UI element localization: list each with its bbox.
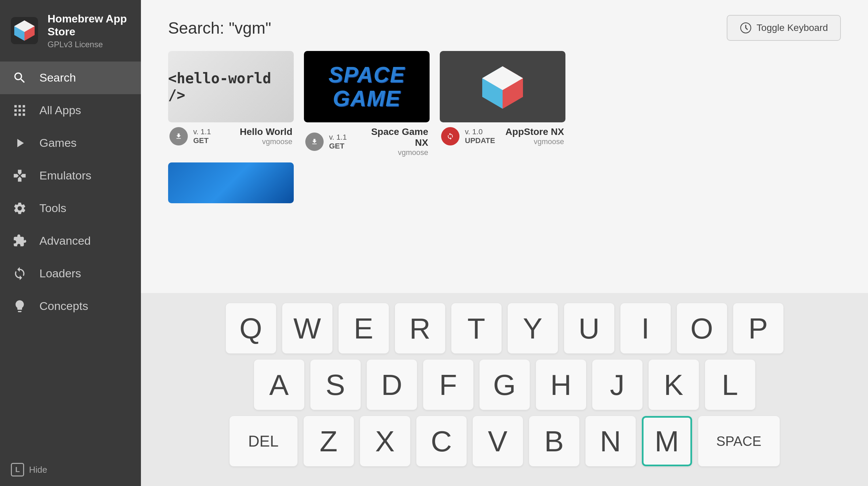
key-X[interactable]: X [360,416,410,466]
app-row-1: <hello-world /> v. 1.1 GET Hello World [168,51,841,159]
key-U[interactable]: U [564,303,614,353]
key-L[interactable]: L [705,360,755,410]
sidebar-advanced-label: Advanced [39,234,91,247]
key-J[interactable]: J [592,360,643,410]
app-name-block-appstore: AppStore NX vgmoose [505,126,564,146]
app-card-hello-world[interactable]: <hello-world /> v. 1.1 GET Hello World [168,51,294,159]
key-K[interactable]: K [649,360,699,410]
app-action-space-game: GET [329,142,356,151]
keyboard-icon [740,22,752,34]
app-name-space-game: Space Game NX [362,126,428,148]
key-I[interactable]: I [620,303,671,353]
key-N[interactable]: N [585,416,636,466]
key-SPACE[interactable]: SPACE [698,416,780,466]
sidebar-all-apps-label: All Apps [39,104,81,117]
app-author-space-game: vgmoose [362,148,428,157]
app-thumbnail-hello-world: <hello-world /> [168,51,294,122]
key-G[interactable]: G [480,360,530,410]
key-M[interactable]: M [642,416,692,466]
app-license: GPLv3 License [48,40,130,49]
app-title: Homebrew App Store [48,12,130,38]
main-content: Search: "vgm" Toggle Keyboard <hello-wor… [141,0,868,486]
appstore-cube-icon [475,59,530,114]
sidebar-search-label: Search [39,71,76,84]
sidebar-item-emulators[interactable]: Emulators [0,159,141,192]
app-header: Homebrew App Store GPLv3 License [0,0,141,62]
version-block-hello-world: v. 1.1 GET [193,127,220,145]
keyboard-row-3: DEL Z X C V B N M SPACE [161,416,848,466]
app-name-block-space-game: Space Game NX vgmoose [362,126,428,157]
key-S[interactable]: S [310,360,361,410]
app-version-space-game: v. 1.1 [329,133,356,142]
sidebar-emulators-label: Emulators [39,169,91,182]
sidebar-item-concepts[interactable]: Concepts [0,290,141,323]
sidebar-tools-label: Tools [39,202,66,215]
app-row-2 [168,162,841,203]
search-header: Search: "vgm" Toggle Keyboard [141,0,868,51]
search-title: Search: "vgm" [168,19,271,37]
hide-bar: L Hide [0,453,141,486]
sidebar-item-advanced[interactable]: Advanced [0,225,141,257]
key-Q[interactable]: Q [226,303,276,353]
advanced-icon [11,232,29,250]
key-V[interactable]: V [473,416,523,466]
app-thumbnail-partial [168,162,294,203]
keyboard-row-1: Q W E R T Y U I O P [161,303,848,353]
key-B[interactable]: B [529,416,579,466]
app-author-appstore: vgmoose [505,137,564,146]
sidebar-loaders-label: Loaders [39,267,81,280]
hide-label: Hide [29,465,47,475]
emulators-icon [11,167,29,185]
key-Z[interactable]: Z [304,416,354,466]
app-title-block: Homebrew App Store GPLv3 License [48,12,130,49]
key-C[interactable]: C [416,416,467,466]
key-P[interactable]: P [733,303,783,353]
key-Y[interactable]: Y [508,303,558,353]
get-button-hello-world[interactable] [169,127,188,145]
app-version-hello-world: v. 1.1 [193,127,220,136]
key-O[interactable]: O [677,303,727,353]
loaders-icon [11,265,29,282]
app-action-hello-world: GET [193,136,220,145]
key-E[interactable]: E [339,303,389,353]
search-icon [11,69,29,87]
key-D[interactable]: D [367,360,417,410]
app-info-appstore: v. 1.0 UPDATE AppStore NX vgmoose [440,122,565,148]
app-name-hello-world: Hello World [240,126,292,137]
toggle-keyboard-button[interactable]: Toggle Keyboard [727,15,841,41]
keyboard-row-2: A S D F G H J K L [161,360,848,410]
app-name-block-hello-world: Hello World vgmoose [240,126,292,146]
games-icon [11,134,29,152]
key-F[interactable]: F [423,360,473,410]
update-button-appstore[interactable] [441,127,459,145]
key-H[interactable]: H [536,360,586,410]
sidebar-item-games[interactable]: Games [0,127,141,159]
sidebar-item-loaders[interactable]: Loaders [0,257,141,290]
sidebar-item-tools[interactable]: Tools [0,192,141,225]
app-card-space-game[interactable]: SPACE GAME v. 1.1 GET Space [304,51,430,159]
version-block-appstore: v. 1.0 UPDATE [465,127,495,145]
key-DEL[interactable]: DEL [230,416,297,466]
app-thumbnail-appstore [440,51,565,122]
hide-icon: L [11,463,24,476]
sidebar-games-label: Games [39,136,77,150]
key-W[interactable]: W [282,303,332,353]
get-button-space-game[interactable] [305,133,324,151]
key-R[interactable]: R [395,303,445,353]
key-A[interactable]: A [254,360,304,410]
sidebar: Homebrew App Store GPLv3 License Search … [0,0,141,486]
sidebar-item-search[interactable]: Search [0,62,141,94]
app-info-hello-world: v. 1.1 GET Hello World vgmoose [168,122,294,148]
app-author-hello-world: vgmoose [240,137,292,146]
concepts-icon [11,297,29,315]
sidebar-item-all-apps[interactable]: All Apps [0,94,141,127]
app-version-appstore: v. 1.0 [465,127,495,136]
keyboard-section: Q W E R T Y U I O P A S D F G H J K L DE… [141,293,868,486]
all-apps-icon [11,102,29,119]
app-card-partial[interactable] [168,162,294,203]
app-card-appstore-nx[interactable]: v. 1.0 UPDATE AppStore NX vgmoose [440,51,565,159]
toggle-keyboard-label: Toggle Keyboard [757,22,828,33]
key-T[interactable]: T [451,303,502,353]
version-block-space-game: v. 1.1 GET [329,133,356,151]
app-thumbnail-space-game: SPACE GAME [304,51,430,122]
